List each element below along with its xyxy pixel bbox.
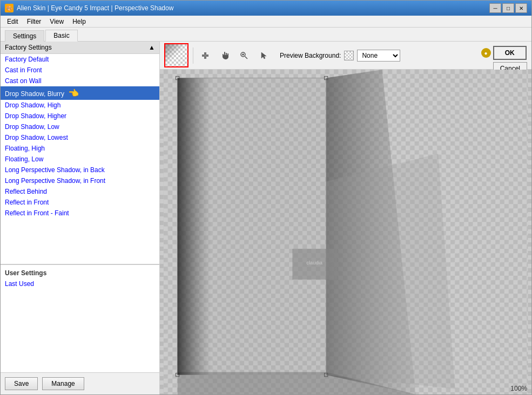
cursor-icon[interactable] bbox=[256, 48, 271, 63]
zoom-icon[interactable] bbox=[237, 48, 252, 63]
list-item-cast-on-wall[interactable]: Cast on Wall bbox=[1, 76, 159, 86]
list-item-long-perspective-front[interactable]: Long Perspective Shadow, in Front bbox=[1, 175, 159, 186]
thumbnail-preview bbox=[164, 43, 188, 67]
list-item-reflect-behind[interactable]: Reflect Behind bbox=[1, 186, 159, 197]
list-item-drop-shadow-higher[interactable]: Drop Shadow, Higher bbox=[1, 111, 159, 121]
factory-settings-list[interactable]: Factory Default Cast in Front Cast on Wa… bbox=[1, 54, 159, 264]
factory-settings-label: Factory Settings bbox=[5, 44, 52, 51]
left-panel: Factory Settings ▲ Factory Default Cast … bbox=[1, 42, 160, 394]
list-item-reflect-in-front-faint[interactable]: Reflect in Front - Faint bbox=[1, 208, 159, 219]
svg-text:claudia: claudia bbox=[306, 260, 322, 265]
list-item-factory-default[interactable]: Factory Default bbox=[1, 54, 159, 65]
list-item-last-used[interactable]: Last Used bbox=[5, 279, 155, 289]
minimize-button[interactable]: ─ bbox=[489, 3, 501, 13]
preview-svg: claudia bbox=[160, 70, 531, 394]
hand-tool-icon[interactable] bbox=[217, 48, 232, 63]
preview-bg-section: Preview Background: None White Black Cus… bbox=[280, 50, 400, 62]
manage-button[interactable]: Manage bbox=[42, 377, 84, 390]
preview-area[interactable]: claudia 100% bbox=[160, 70, 531, 394]
preview-bg-label: Preview Background: bbox=[280, 52, 341, 59]
app-icon: 🎨 bbox=[5, 4, 14, 12]
menu-help[interactable]: Help bbox=[68, 17, 90, 26]
save-button[interactable]: Save bbox=[5, 377, 38, 390]
menu-view[interactable]: View bbox=[45, 17, 68, 26]
tab-basic[interactable]: Basic bbox=[45, 30, 77, 42]
svg-line-2 bbox=[245, 56, 248, 59]
main-content: Factory Settings ▲ Factory Default Cast … bbox=[1, 42, 531, 394]
list-item-reflect-in-front[interactable]: Reflect in Front bbox=[1, 197, 159, 208]
ok-button[interactable]: OK bbox=[493, 46, 527, 60]
svg-rect-19 bbox=[178, 78, 211, 375]
svg-marker-13 bbox=[326, 154, 455, 389]
list-item-drop-shadow-lowest[interactable]: Drop Shadow, Lowest bbox=[1, 132, 159, 143]
selection-pointer-icon: 👈 bbox=[68, 88, 79, 98]
list-item-long-perspective-back[interactable]: Long Perspective Shadow, in Back bbox=[1, 165, 159, 175]
preview-bg-color-swatch bbox=[344, 51, 354, 60]
ok-gold-badge: ● bbox=[481, 48, 491, 58]
zoom-level: 100% bbox=[510, 385, 527, 392]
menu-filter[interactable]: Filter bbox=[23, 17, 46, 26]
ok-container: ● OK bbox=[493, 46, 527, 60]
maximize-button[interactable]: □ bbox=[502, 3, 514, 13]
tabs-bar: Settings Basic bbox=[1, 28, 531, 42]
list-item-cast-in-front[interactable]: Cast in Front bbox=[1, 65, 159, 76]
close-button[interactable]: ✕ bbox=[515, 3, 527, 13]
menubar: Edit Filter View Help bbox=[1, 16, 531, 28]
top-toolbar: Preview Background: None White Black Cus… bbox=[160, 42, 531, 70]
window-title: Alien Skin | Eye Candy 5 Impact | Perspe… bbox=[17, 4, 173, 12]
list-item-floating-high[interactable]: Floating, High bbox=[1, 143, 159, 154]
menu-edit[interactable]: Edit bbox=[3, 17, 23, 26]
collapse-icon[interactable]: ▲ bbox=[149, 44, 155, 51]
titlebar-left: 🎨 Alien Skin | Eye Candy 5 Impact | Pers… bbox=[5, 4, 173, 12]
pan-icon[interactable] bbox=[198, 48, 213, 63]
svg-point-0 bbox=[204, 55, 206, 57]
user-settings-header: User Settings bbox=[5, 269, 155, 277]
tab-settings[interactable]: Settings bbox=[5, 30, 44, 42]
factory-settings-header: Factory Settings ▲ bbox=[1, 42, 159, 54]
left-buttons: Save Manage bbox=[1, 372, 159, 394]
right-panel: Preview Background: None White Black Cus… bbox=[160, 42, 531, 394]
titlebar: 🎨 Alien Skin | Eye Candy 5 Impact | Pers… bbox=[1, 1, 531, 16]
main-window: 🎨 Alien Skin | Eye Candy 5 Impact | Pers… bbox=[0, 0, 532, 395]
list-item-drop-shadow-high[interactable]: Drop Shadow, High bbox=[1, 100, 159, 111]
list-item-floating-low[interactable]: Floating, Low bbox=[1, 154, 159, 165]
preview-bg-select[interactable]: None White Black Custom bbox=[357, 50, 400, 62]
window-controls: ─ □ ✕ bbox=[489, 3, 527, 13]
list-item-drop-shadow-low[interactable]: Drop Shadow, Low bbox=[1, 121, 159, 132]
user-settings-section: User Settings Last Used bbox=[1, 264, 159, 372]
factory-settings-container: Factory Settings ▲ Factory Default Cast … bbox=[1, 42, 159, 264]
toolbar-separator-1 bbox=[193, 47, 193, 64]
list-item-drop-shadow-blurry[interactable]: Drop Shadow, Blurry 👈 bbox=[1, 86, 159, 100]
